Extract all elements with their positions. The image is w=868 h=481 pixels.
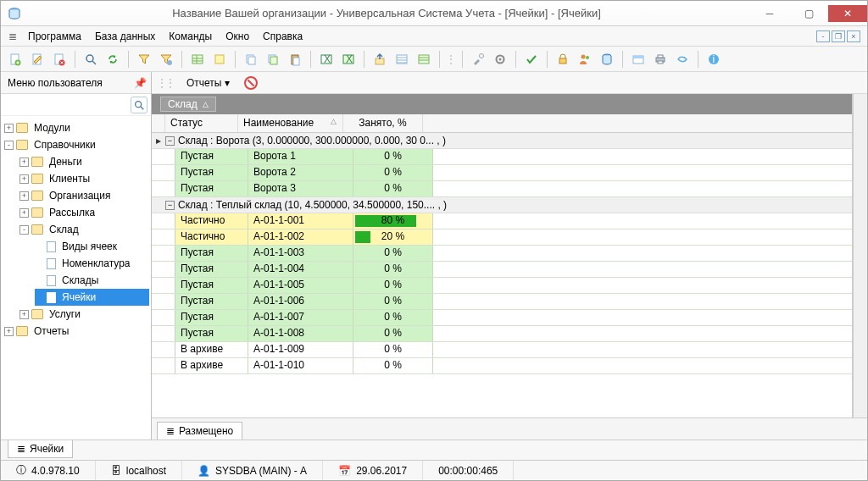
reports-button[interactable]: Отчеты ▾: [179, 75, 237, 91]
table-row[interactable]: ПустаяA-01-1-0060 %: [152, 294, 852, 310]
rows-button[interactable]: [392, 50, 411, 69]
stop-icon[interactable]: [244, 76, 258, 90]
svg-point-23: [480, 53, 484, 58]
expand-icon[interactable]: +: [4, 327, 14, 336]
cell-occupancy: 0 %: [353, 310, 433, 325]
collapse-icon[interactable]: −: [165, 201, 175, 210]
tree-node[interactable]: Ячейки: [35, 289, 149, 306]
table-row[interactable]: ПустаяA-01-1-0070 %: [152, 310, 852, 326]
settings-button[interactable]: [491, 50, 509, 69]
filter-button[interactable]: [135, 50, 153, 69]
print-button[interactable]: [651, 50, 670, 69]
doc-tab-cells[interactable]: ≣Ячейки: [8, 440, 73, 458]
collapse-icon[interactable]: −: [165, 136, 175, 146]
import-button[interactable]: [370, 50, 389, 69]
table-row[interactable]: ПустаяA-01-1-0050 %: [152, 278, 852, 294]
table-row[interactable]: ПустаяВорота 30 %: [152, 181, 852, 197]
filter-cfg-button[interactable]: [157, 50, 175, 69]
group-row[interactable]: −Склад : Теплый склад (10, 4.500000, 34.…: [152, 197, 852, 213]
menu-program[interactable]: Программа: [21, 30, 88, 42]
table-row[interactable]: ПустаяВорота 10 %: [152, 149, 852, 165]
mdi-close-button[interactable]: ×: [847, 30, 860, 42]
menu-window[interactable]: Окно: [219, 30, 256, 42]
close-button[interactable]: ✕: [828, 5, 867, 22]
excel1-button[interactable]: X: [317, 50, 336, 69]
minimize-button[interactable]: ─: [750, 5, 789, 22]
tree-node[interactable]: Склады: [35, 272, 149, 289]
delete-button[interactable]: [50, 50, 69, 69]
lock-button[interactable]: [554, 50, 572, 69]
column-headers[interactable]: Статус Наименование△ Занято, %: [152, 114, 852, 133]
collapse-icon[interactable]: -: [19, 225, 29, 235]
folder-icon: [31, 309, 43, 319]
table-row[interactable]: В архивеA-01-1-0090 %: [152, 342, 852, 358]
tree-node[interactable]: +Модули: [4, 119, 149, 136]
expand-icon[interactable]: +: [19, 208, 29, 218]
users-button[interactable]: [576, 50, 594, 69]
group-row[interactable]: ▸−Склад : Ворота (3, 0.000000, 300.00000…: [152, 133, 852, 149]
tree-node[interactable]: Виды ячеек: [35, 238, 149, 255]
menu-database[interactable]: База данных: [88, 30, 162, 42]
group-by-bar[interactable]: Склад△: [152, 94, 852, 114]
table-row[interactable]: ПустаяA-01-1-0080 %: [152, 326, 852, 342]
status-host: localhost: [126, 465, 166, 477]
svg-rect-8: [192, 55, 203, 64]
tab-placed[interactable]: ≣Размещено: [157, 422, 242, 440]
tree-node[interactable]: +Отчеты: [4, 323, 149, 340]
table-row[interactable]: ПустаяA-01-1-0040 %: [152, 262, 852, 278]
excel2-button[interactable]: X: [339, 50, 358, 69]
nav-tree[interactable]: +Модули-Справочники+Деньги+Клиенты+Орган…: [1, 116, 151, 440]
search-button[interactable]: [81, 50, 100, 69]
vertical-scrollbar[interactable]: [853, 94, 867, 417]
tree-node[interactable]: Номенклатура: [35, 255, 149, 272]
tree-label: Справочники: [31, 136, 99, 153]
db-button[interactable]: [598, 50, 616, 69]
share-button[interactable]: [673, 50, 692, 69]
menu-help[interactable]: Справка: [256, 30, 309, 42]
table-row[interactable]: ПустаяA-01-1-0030 %: [152, 246, 852, 262]
sidebar-search-button[interactable]: [131, 97, 147, 113]
grid1-button[interactable]: [188, 50, 207, 69]
table-row[interactable]: ЧастичноA-01-1-00220 %: [152, 229, 852, 246]
edit-button[interactable]: [28, 50, 47, 69]
check-button[interactable]: [522, 50, 541, 69]
tree-node[interactable]: +Рассылка: [19, 204, 149, 221]
mdi-restore-button[interactable]: ❐: [832, 30, 845, 42]
expand-icon[interactable]: +: [19, 191, 29, 201]
expand-icon[interactable]: +: [19, 310, 29, 319]
tree-node[interactable]: +Клиенты: [19, 170, 149, 187]
rows2-button[interactable]: [415, 50, 433, 69]
cell-occupancy: 20 %: [353, 229, 433, 245]
expand-icon[interactable]: +: [19, 158, 29, 167]
pin-icon[interactable]: 📌: [134, 77, 147, 89]
collapse-icon[interactable]: -: [4, 141, 14, 150]
copy1-button[interactable]: [242, 50, 260, 69]
tree-node[interactable]: -Справочники: [4, 136, 149, 153]
maximize-button[interactable]: ▢: [789, 5, 828, 22]
table-row[interactable]: ПустаяВорота 20 %: [152, 165, 852, 181]
info-button[interactable]: i: [704, 50, 723, 69]
tree-node[interactable]: +Услуги: [19, 306, 149, 323]
tools-button[interactable]: [469, 50, 487, 69]
paste-button[interactable]: [286, 50, 304, 69]
note-button[interactable]: [210, 50, 229, 69]
tree-node[interactable]: +Организация: [19, 187, 149, 204]
cell-name: A-01-1-007: [248, 310, 353, 325]
mdi-min-button[interactable]: -: [816, 30, 830, 42]
menu-commands[interactable]: Команды: [162, 30, 219, 42]
tree-node[interactable]: +Деньги: [19, 153, 149, 170]
table-row[interactable]: В архивеA-01-1-0100 %: [152, 358, 852, 374]
refresh-button[interactable]: [103, 50, 122, 69]
design-button[interactable]: [629, 50, 648, 69]
tree-node[interactable]: -Склад: [19, 221, 149, 238]
expand-icon[interactable]: +: [19, 174, 29, 184]
copy2-button[interactable]: [264, 50, 282, 69]
main-area: ⋮⋮ Отчеты ▾ Склад△ Статус Наименование△ …: [152, 72, 867, 440]
form-list-icon[interactable]: ≣: [4, 30, 21, 42]
expand-icon[interactable]: +: [4, 124, 14, 133]
table-row[interactable]: ЧастичноA-01-1-00180 %: [152, 213, 852, 229]
new-button[interactable]: [6, 50, 25, 69]
svg-point-7: [167, 60, 172, 65]
status-version: 4.0.978.10: [31, 465, 80, 477]
data-grid[interactable]: Склад△ Статус Наименование△ Занято, % ▸−…: [152, 94, 853, 417]
